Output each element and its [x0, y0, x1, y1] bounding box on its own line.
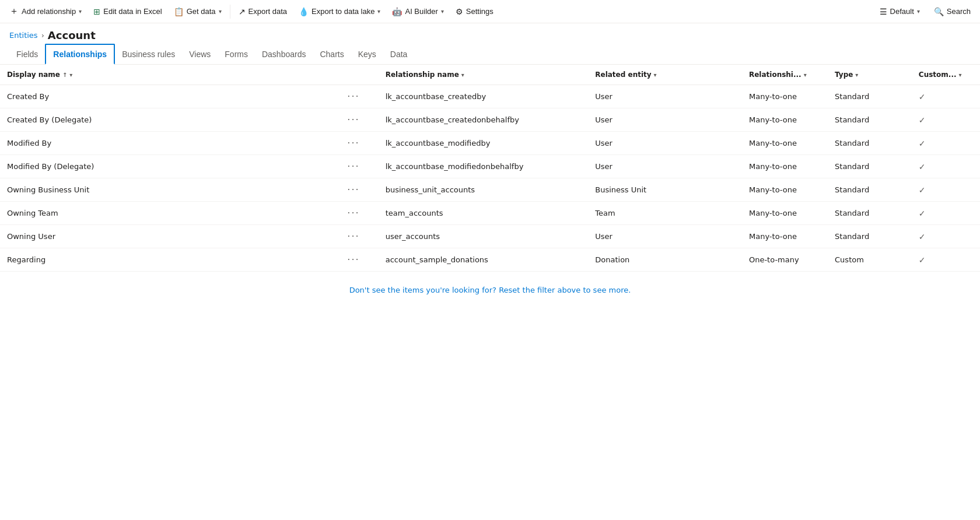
custom-filter-icon[interactable]: ▾ — [959, 72, 962, 78]
tab-business-rules[interactable]: Business rules — [115, 45, 182, 65]
export-to-data-lake-button[interactable]: 💧 Export to data lake ▾ — [294, 5, 385, 19]
cell-relationship-name: team_accounts — [379, 202, 589, 225]
get-data-chevron: ▾ — [219, 8, 222, 15]
col-header-rel-type[interactable]: Relationshi... ▾ — [742, 65, 828, 85]
cell-row-actions[interactable]: ··· — [335, 155, 378, 178]
relationship-name-filter-icon[interactable]: ▾ — [461, 72, 464, 78]
edit-in-excel-label: Edit data in Excel — [103, 7, 162, 16]
table-row[interactable]: Created By (Delegate) ··· lk_accountbase… — [0, 108, 980, 132]
table-row[interactable]: Modified By (Delegate) ··· lk_accountbas… — [0, 155, 980, 178]
col-header-display-name[interactable]: Display name ↑ ▾ — [0, 65, 335, 85]
add-relationship-button[interactable]: ＋ Add relationship ▾ — [5, 3, 86, 20]
table-row[interactable]: Modified By ··· lk_accountbase_modifiedb… — [0, 132, 980, 155]
layout-icon: ☰ — [880, 7, 887, 16]
data-lake-chevron: ▾ — [377, 8, 380, 15]
custom-checkmark: ✓ — [919, 162, 926, 171]
type-filter-icon[interactable]: ▾ — [855, 72, 858, 78]
tab-data[interactable]: Data — [383, 45, 415, 65]
cell-type: Standard — [828, 225, 912, 248]
tab-charts[interactable]: Charts — [313, 45, 351, 65]
col-header-relationship-name[interactable]: Relationship name ▾ — [379, 65, 589, 85]
table-row[interactable]: Created By ··· lk_accountbase_createdby … — [0, 85, 980, 108]
cell-row-actions[interactable]: ··· — [335, 132, 378, 155]
tab-views[interactable]: Views — [182, 45, 218, 65]
cell-rel-type: Many-to-one — [742, 85, 828, 108]
cell-row-actions[interactable]: ··· — [335, 108, 378, 132]
search-button[interactable]: 🔍 Search — [929, 5, 975, 19]
cell-row-actions[interactable]: ··· — [335, 202, 378, 225]
display-name-filter-icon[interactable]: ▾ — [69, 72, 72, 78]
tab-fields[interactable]: Fields — [9, 45, 45, 65]
custom-checkmark: ✓ — [919, 185, 926, 195]
row-context-menu[interactable]: ··· — [342, 89, 364, 104]
cell-type: Standard — [828, 85, 912, 108]
export-data-button[interactable]: ↗ Export data — [234, 5, 292, 19]
cell-display-name: Owning User — [0, 225, 335, 248]
row-context-menu[interactable]: ··· — [342, 229, 364, 244]
row-context-menu[interactable]: ··· — [342, 112, 364, 128]
tab-dashboards[interactable]: Dashboards — [255, 45, 313, 65]
cell-related-entity: User — [588, 155, 742, 178]
tab-keys[interactable]: Keys — [351, 45, 383, 65]
default-button[interactable]: ☰ Default ▾ — [875, 5, 925, 19]
search-icon: 🔍 — [934, 7, 944, 16]
cell-row-actions[interactable]: ··· — [335, 85, 378, 108]
col-header-related-entity[interactable]: Related entity ▾ — [588, 65, 742, 85]
filter-reset-message[interactable]: Don't see the items you're looking for? … — [0, 272, 980, 308]
cell-rel-type: Many-to-one — [742, 225, 828, 248]
col-display-name-label: Display name — [7, 71, 60, 79]
custom-checkmark: ✓ — [919, 139, 926, 148]
cell-row-actions[interactable]: ··· — [335, 178, 378, 202]
cell-display-name: Modified By — [0, 132, 335, 155]
table-row[interactable]: Owning Business Unit ··· business_unit_a… — [0, 178, 980, 202]
cell-custom: ✓ — [912, 202, 980, 225]
edit-in-excel-button[interactable]: ⊞ Edit data in Excel — [89, 5, 166, 19]
cell-related-entity: User — [588, 132, 742, 155]
col-header-custom[interactable]: Custom... ▾ — [912, 65, 980, 85]
settings-label: Settings — [466, 7, 494, 16]
cell-display-name: Regarding — [0, 248, 335, 272]
settings-icon: ⚙ — [456, 7, 463, 16]
relationship-name-label: Relationship name — [386, 71, 459, 79]
custom-checkmark: ✓ — [919, 209, 926, 218]
export-to-data-lake-label: Export to data lake — [312, 7, 374, 16]
get-data-button[interactable]: 📋 Get data ▾ — [169, 5, 226, 19]
relationships-table-area: Display name ↑ ▾ Relationship name ▾ Rel… — [0, 65, 980, 308]
rel-type-filter-icon[interactable]: ▾ — [804, 72, 807, 78]
row-context-menu[interactable]: ··· — [342, 135, 364, 151]
breadcrumb: Entities › Account — [0, 23, 980, 41]
cell-row-actions[interactable]: ··· — [335, 248, 378, 272]
custom-checkmark: ✓ — [919, 232, 926, 241]
cell-row-actions[interactable]: ··· — [335, 225, 378, 248]
breadcrumb-separator: › — [41, 31, 44, 40]
cell-custom: ✓ — [912, 248, 980, 272]
row-context-menu[interactable]: ··· — [342, 182, 364, 198]
related-entity-label: Related entity — [595, 71, 651, 79]
table-row[interactable]: Owning Team ··· team_accounts Team Many-… — [0, 202, 980, 225]
col-header-actions — [335, 65, 378, 85]
ai-builder-button[interactable]: 🤖 AI Builder ▾ — [387, 5, 448, 19]
relationships-table: Display name ↑ ▾ Relationship name ▾ Rel… — [0, 65, 980, 272]
cell-relationship-name: lk_accountbase_createdby — [379, 85, 589, 108]
tab-relationships[interactable]: Relationships — [45, 44, 115, 65]
row-context-menu[interactable]: ··· — [342, 159, 364, 174]
cell-display-name: Owning Team — [0, 202, 335, 225]
cell-custom: ✓ — [912, 108, 980, 132]
breadcrumb-entities-link[interactable]: Entities — [9, 31, 38, 40]
cell-relationship-name: lk_accountbase_modifiedby — [379, 132, 589, 155]
excel-icon: ⊞ — [93, 7, 100, 16]
row-context-menu[interactable]: ··· — [342, 205, 364, 221]
col-header-type[interactable]: Type ▾ — [828, 65, 912, 85]
table-row[interactable]: Owning User ··· user_accounts User Many-… — [0, 225, 980, 248]
table-row[interactable]: Regarding ··· account_sample_donations D… — [0, 248, 980, 272]
cell-related-entity: Business Unit — [588, 178, 742, 202]
cell-custom: ✓ — [912, 85, 980, 108]
related-entity-filter-icon[interactable]: ▾ — [654, 72, 657, 78]
cell-type: Standard — [828, 202, 912, 225]
custom-label: Custom... — [919, 71, 957, 79]
row-context-menu[interactable]: ··· — [342, 252, 364, 268]
settings-button[interactable]: ⚙ Settings — [451, 5, 498, 19]
cell-related-entity: Donation — [588, 248, 742, 272]
tab-forms[interactable]: Forms — [218, 45, 255, 65]
cell-related-entity: User — [588, 85, 742, 108]
